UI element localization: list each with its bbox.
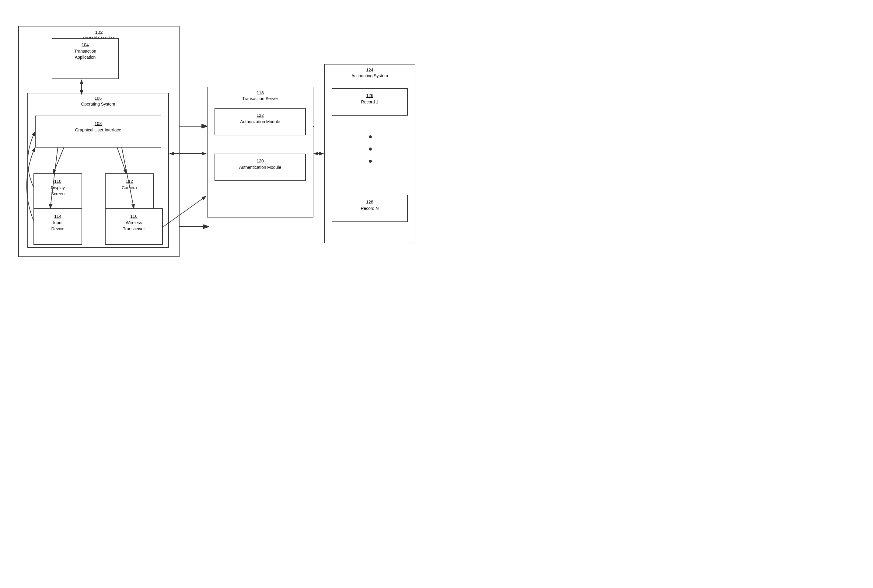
record1-box: 126 Record 1 [332, 88, 408, 116]
authorization-module-box: 122 Authorization Module [214, 108, 306, 135]
wireless-transceiver-box: 116 WirelessTransceiver [105, 208, 163, 245]
accounting-system-number: 124 [366, 68, 373, 72]
record-n-number: 128 [335, 200, 405, 204]
display-screen-label: DisplayScreen [36, 185, 79, 197]
record1-label: Record 1 [335, 99, 405, 105]
record-n-label: Record N [335, 206, 405, 212]
transaction-server-box: 118 Transaction Server [207, 87, 314, 218]
authentication-module-label: Authentication Module [218, 165, 303, 171]
authorization-module-label: Authorization Module [218, 119, 303, 125]
gui-number: 108 [38, 121, 158, 126]
transaction-server-label: Transaction Server [242, 96, 278, 102]
operating-system-number: 106 [94, 96, 102, 100]
gui-label: Graphical User Interface [38, 127, 158, 133]
dot3 [369, 160, 372, 163]
display-screen-number: 110 [36, 179, 79, 184]
record1-number: 126 [335, 93, 405, 98]
transaction-server-number: 118 [256, 90, 264, 95]
dot1 [369, 135, 372, 138]
dot2 [369, 147, 372, 151]
input-device-number: 114 [36, 214, 79, 219]
transaction-app-box: 104 TransactionApplication [52, 38, 118, 79]
display-screen-box: 110 DisplayScreen [33, 173, 82, 210]
record-n-box: 128 Record N [332, 195, 408, 222]
input-device-label: InputDevice [36, 220, 79, 232]
wireless-transceiver-label: WirelessTransceiver [108, 220, 160, 232]
transaction-app-number: 104 [55, 42, 116, 47]
input-device-box: 114 InputDevice [33, 208, 82, 245]
authentication-module-number: 120 [218, 159, 303, 164]
gui-box: 108 Graphical User Interface [35, 116, 161, 147]
portable-device-number: 102 [95, 30, 102, 34]
transaction-app-label: TransactionApplication [55, 48, 116, 60]
authentication-module-box: 120 Authentication Module [214, 154, 306, 181]
accounting-system-label: Accounting System [351, 73, 388, 79]
camera-label: Camera [108, 185, 151, 191]
operating-system-label: Operating System [81, 101, 115, 107]
diagram: 102 Portable Device 104 TransactionAppli… [8, 8, 418, 281]
wireless-transceiver-number: 116 [108, 214, 160, 219]
camera-number: 112 [108, 179, 151, 184]
camera-box: 112 Camera [105, 173, 154, 210]
authorization-module-number: 122 [218, 113, 303, 118]
